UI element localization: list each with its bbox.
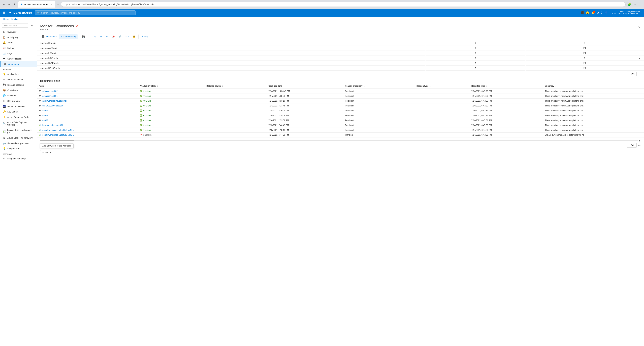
resource-link[interactable]: vm002 — [42, 114, 48, 117]
sidebar-item-diagnostic[interactable]: ⚙ Diagnostic settings — [0, 156, 37, 161]
close-button[interactable]: ✕ — [638, 26, 641, 29]
back-button[interactable]: ← — [2, 2, 6, 7]
sql-icon: 🗄 — [3, 100, 6, 102]
status-icon: ✅ — [140, 110, 142, 112]
settings-button[interactable]: ⚙ — [93, 34, 98, 39]
sidebar-item-metrics[interactable]: 📈 Metrics — [0, 45, 37, 51]
edit-button[interactable]: ✏ — [99, 34, 104, 39]
resource-health-table-container[interactable]: Name ↕ Availability state ↕ Detailed sta… — [37, 84, 644, 139]
detailed-status-cell — [204, 133, 266, 137]
browser-menu-button[interactable]: ⋯ — [638, 2, 642, 7]
sidebar-item-activity-log[interactable]: 📋 Activity log — [0, 35, 37, 40]
sidebar-item-virtual-machines[interactable]: 🖥 Virtual Machines — [0, 77, 37, 82]
sidebar-item-applications[interactable]: 💡 Applications — [0, 71, 37, 77]
col-availability[interactable]: Availability state ↕ — [138, 84, 204, 89]
done-editing-button[interactable]: ✓ Done Editing — [59, 34, 78, 39]
emoji-button[interactable]: 😊 — [131, 34, 137, 39]
sidebar-item-sql[interactable]: 🗄 SQL (preview) — [0, 98, 37, 104]
scroll-right-arrow[interactable]: ▶ — [639, 139, 641, 142]
col-detailed-status[interactable]: Detailed status ↕ — [204, 84, 266, 89]
resource-health-more-button[interactable]: ⋯ — [638, 143, 641, 148]
scroll-thumb[interactable] — [40, 140, 74, 141]
sort-icon-availability: ↕ — [157, 85, 158, 87]
scroll-track[interactable] — [40, 140, 638, 141]
sidebar-item-data-explorer[interactable]: 🔍 Azure Data Explorer Clusters ... — [0, 120, 37, 127]
breadcrumb-monitor[interactable]: Monitor — [12, 18, 18, 21]
resource-link[interactable]: csb100320006a88e906 — [42, 105, 63, 107]
sidebar-item-cosmos-db[interactable]: 🌌 Azure Cosmos DB — [0, 104, 37, 109]
sidebar-item-redis[interactable]: ⚡ Azure Cache for Redis — [0, 114, 37, 120]
sidebar-item-logs[interactable]: 📄 Logs — [0, 51, 37, 56]
help-button[interactable]: ? Help — [140, 34, 150, 39]
col-name[interactable]: Name ↕ — [37, 84, 138, 89]
breadcrumb-separator: › — [10, 18, 10, 21]
address-bar[interactable]: https://portal.azure.com/#blade/Microsof… — [61, 2, 626, 7]
resource-link[interactable]: la-workbook-demo-001 — [42, 124, 63, 126]
more-options-icon[interactable]: ⋯ — [80, 25, 82, 28]
sidebar-item-service-health[interactable]: ❤ Service Health — [0, 56, 37, 61]
settings-gear-icon: ⚙ — [94, 35, 96, 38]
help-icon[interactable]: ? — [601, 11, 602, 14]
favorites-button[interactable]: ☆ — [633, 2, 637, 7]
resource-link[interactable]: vm001 — [42, 110, 48, 112]
refresh-button[interactable]: ↺ — [104, 34, 110, 39]
resource-link[interactable]: sebassemstg002 — [42, 90, 58, 92]
save-button[interactable]: 💾 — [80, 34, 86, 39]
feedback-icon[interactable]: 😊 — [586, 11, 589, 15]
extensions-button[interactable]: 🧩 — [627, 2, 632, 7]
pin-icon[interactable]: 📌 — [76, 25, 78, 28]
sidebar-item-networks[interactable]: 🌐 Networks — [0, 93, 37, 98]
forward-button[interactable]: → — [7, 2, 11, 7]
browser-tab[interactable]: A Monitor - Microsoft Azure ✕ — [18, 1, 55, 8]
col-occurred-time[interactable]: Occurred time ↕ — [266, 84, 343, 89]
sidebar-item-log-analytics[interactable]: 📊 Log Analytics workspaces (pr... — [0, 127, 37, 135]
resource-link[interactable]: defaultworkspace-51bef6c8-5c40-... — [42, 134, 74, 136]
family-edit-button[interactable]: ↑ Edit — [627, 72, 637, 76]
tab-close-button[interactable]: ✕ — [50, 3, 52, 6]
notifications-icon[interactable]: 🔔 1 — [591, 11, 594, 15]
family-more-button[interactable]: ⋯ — [638, 72, 641, 76]
sidebar-item-stack-hci[interactable]: 🖥 Azure Stack HCI (preview) — [0, 135, 37, 141]
sidebar-item-containers[interactable]: 📦 Containers — [0, 88, 37, 93]
resource-link[interactable]: defaultworkspace-51bef6c8-5c40-... — [42, 129, 74, 131]
col-reported-time[interactable]: Reported time ↕ — [470, 84, 543, 89]
col-reason-chronicity[interactable]: Reason chronicity ↕ — [343, 84, 414, 89]
resource-link[interactable]: azureworkbookrg01guestdi — [42, 100, 66, 102]
new-tab-button[interactable]: + — [57, 2, 60, 7]
copy-button[interactable]: ⧉ — [87, 34, 92, 39]
add-button[interactable]: + Add ▾ — [40, 150, 53, 155]
browser-controls[interactable]: ← → ↺ — [2, 2, 16, 7]
settings-icon[interactable]: ⚙ — [596, 11, 599, 15]
scroll-down-arrow[interactable]: ▼ — [639, 58, 641, 60]
hamburger-menu[interactable]: ☰ — [3, 11, 5, 15]
refresh-button[interactable]: ↺ — [12, 2, 16, 7]
main-layout: ≪ ⊞ Overview 📋 Activity log 🔔 Alerts 📈 M… — [0, 22, 644, 346]
account-icon[interactable]: 👤 — [604, 11, 608, 15]
sidebar-item-alerts[interactable]: 🔔 Alerts — [0, 40, 37, 45]
sidebar-item-workbooks[interactable]: 📓 Workbooks — [0, 61, 37, 67]
workbooks-tab-button[interactable]: 📓 Workbooks — [40, 34, 58, 39]
pin-button[interactable]: 📌 — [110, 34, 116, 39]
sidebar-item-service-bus[interactable]: 🚌 Service Bus (preview) — [0, 141, 37, 146]
sidebar-collapse-button[interactable]: ≪ — [30, 24, 35, 28]
col-summary[interactable]: Summary ↕ — [543, 84, 644, 89]
resource-link[interactable]: vm003 — [42, 119, 48, 122]
sidebar-item-insights-hub[interactable]: 💡 Insights Hub — [0, 146, 37, 151]
resource-health-edit-button[interactable]: ↑ Edit — [627, 143, 637, 148]
sidebar-item-storage-accounts[interactable]: 💾 Storage accounts — [0, 82, 37, 88]
workbooks-tab-icon: 📓 — [42, 35, 45, 38]
resource-link[interactable]: sebassemstg001 — [42, 95, 58, 97]
horizontal-scrollbar[interactable]: ▶ — [37, 139, 644, 143]
user-org: SHIELDARMORED (SHIELDARMO...) — [610, 13, 641, 15]
sidebar-search-input[interactable] — [2, 23, 28, 28]
code-button[interactable]: </> — [124, 34, 130, 39]
sidebar-item-overview[interactable]: ⊞ Overview — [0, 29, 37, 35]
breadcrumb-home[interactable]: Home — [3, 18, 9, 21]
col-reason-type[interactable]: Reason type ↕ — [414, 84, 470, 89]
sidebar-item-key-vaults[interactable]: 🔑 Key Vaults — [0, 109, 37, 114]
cloud-shell-icon[interactable]: ⬛ — [580, 11, 584, 15]
search-bar[interactable]: 🔍 — [35, 11, 136, 15]
family-edit-label: Edit — [631, 73, 634, 75]
link-button[interactable]: 🔗 — [117, 34, 123, 39]
search-input[interactable] — [41, 12, 133, 14]
